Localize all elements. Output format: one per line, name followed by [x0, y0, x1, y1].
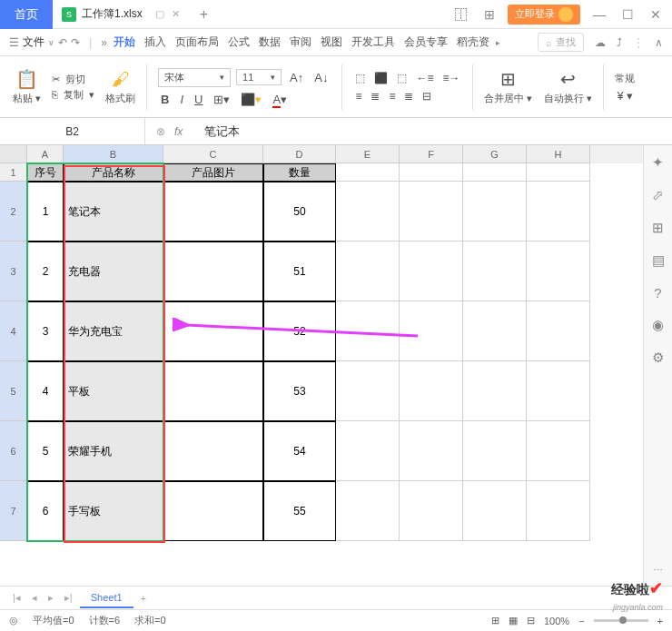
zoom-in-button[interactable]: +	[657, 616, 663, 626]
row-header-7[interactable]: 7	[0, 481, 27, 541]
cell[interactable]	[463, 163, 527, 182]
row-header-2[interactable]: 2	[0, 182, 27, 242]
properties-icon[interactable]: ▤	[652, 252, 665, 269]
cell[interactable]	[336, 361, 400, 421]
cell[interactable]	[400, 242, 463, 301]
cell[interactable]: 55	[263, 481, 336, 541]
robot-icon[interactable]: ◉	[652, 317, 664, 333]
merge-button[interactable]: ⊞ 合并居中 ▾	[484, 68, 532, 105]
cell[interactable]: 荣耀手机	[64, 421, 163, 481]
cell[interactable]	[463, 481, 527, 541]
home-tab[interactable]: 首页	[0, 0, 53, 29]
align-right-button[interactable]: ≡	[387, 90, 397, 103]
currency-button[interactable]: ¥ ▾	[615, 89, 637, 103]
menu-formula[interactable]: 公式	[225, 35, 252, 50]
cell[interactable]: 充电器	[64, 242, 163, 301]
add-sheet-button[interactable]: +	[137, 593, 150, 604]
cell[interactable]: 平板	[64, 361, 163, 421]
file-tab[interactable]: S 工作簿1.xlsx ▢ ✕	[53, 6, 189, 22]
underline-button[interactable]: U	[192, 93, 205, 106]
menu-devtools[interactable]: 开发工具	[349, 35, 398, 50]
cut-button[interactable]: ✂ 剪切	[52, 73, 94, 86]
indent-right-button[interactable]: ≡→	[440, 72, 461, 84]
layout2-icon[interactable]: ⊞	[480, 7, 499, 22]
name-box[interactable]: B2	[0, 118, 145, 144]
share-icon[interactable]: ⤴	[617, 36, 622, 49]
cell[interactable]	[163, 481, 263, 541]
cell[interactable]	[336, 481, 400, 541]
col-header-c[interactable]: C	[163, 145, 263, 163]
formula-input[interactable]: 笔记本	[193, 123, 240, 140]
cell[interactable]	[527, 182, 590, 242]
cell[interactable]	[163, 361, 263, 421]
cell[interactable]: 2	[27, 242, 64, 301]
italic-button[interactable]: I	[177, 93, 186, 106]
paste-button[interactable]: 📋 粘贴 ▾	[13, 68, 41, 105]
cell[interactable]	[336, 301, 400, 361]
menu-member[interactable]: 会员专享	[401, 35, 450, 50]
cell[interactable]	[400, 361, 463, 421]
sparkle-icon[interactable]: ✦	[652, 154, 664, 171]
record-icon[interactable]: ◎	[9, 615, 18, 626]
align-bottom-button[interactable]: ⬚	[395, 72, 409, 84]
select-icon[interactable]: ⬀	[652, 187, 664, 203]
justify-button[interactable]: ≣	[402, 90, 415, 103]
menu-insert[interactable]: 插入	[142, 35, 169, 50]
cell[interactable]	[163, 301, 263, 361]
col-header-e[interactable]: E	[336, 145, 400, 163]
cell[interactable]	[463, 361, 527, 421]
cell[interactable]: 手写板	[64, 481, 163, 541]
cell[interactable]	[400, 182, 463, 242]
first-sheet-button[interactable]: |◂	[9, 592, 25, 604]
sheet-tab-1[interactable]: Sheet1	[80, 588, 133, 608]
wrap-button[interactable]: ↩ 自动换行 ▾	[544, 68, 592, 105]
menu-layout[interactable]: 页面布局	[173, 35, 222, 50]
more-icon[interactable]: ⋯	[653, 565, 663, 577]
col-header-h[interactable]: H	[527, 145, 590, 163]
row-header-1[interactable]: 1	[0, 163, 27, 182]
row-header-5[interactable]: 5	[0, 361, 27, 421]
next-sheet-button[interactable]: ▸	[44, 592, 57, 604]
menu-data[interactable]: 数据	[256, 35, 283, 50]
align-middle-button[interactable]: ⬛	[372, 72, 390, 84]
cell[interactable]: 产品名称	[64, 163, 163, 182]
col-header-d[interactable]: D	[263, 145, 336, 163]
help-icon[interactable]: ?	[654, 285, 661, 301]
hamburger-icon[interactable]: ☰	[9, 36, 19, 49]
cell[interactable]	[400, 481, 463, 541]
number-format-select[interactable]: 常规	[615, 72, 637, 85]
cell[interactable]: 数量	[263, 163, 336, 182]
align-top-button[interactable]: ⬚	[353, 72, 367, 84]
overflow-icon[interactable]: »	[101, 36, 107, 49]
zoom-slider[interactable]	[594, 619, 648, 622]
row-header-3[interactable]: 3	[0, 242, 27, 301]
collapse-icon[interactable]: ∧	[655, 36, 663, 49]
cell[interactable]	[336, 242, 400, 301]
cell[interactable]	[527, 361, 590, 421]
col-header-g[interactable]: G	[463, 145, 527, 163]
cell[interactable]: 序号	[27, 163, 64, 182]
indent-left-button[interactable]: ←≡	[414, 72, 435, 84]
cell[interactable]: 1	[27, 182, 64, 242]
menu-templates[interactable]: 稻壳资	[454, 35, 492, 50]
cell[interactable]	[400, 421, 463, 481]
cell[interactable]: 华为充电宝	[64, 301, 163, 361]
cell[interactable]	[527, 242, 590, 301]
undo-icon[interactable]: ↶	[58, 36, 67, 49]
cell[interactable]	[163, 182, 263, 242]
redo-icon[interactable]: ↷	[71, 36, 80, 49]
cell[interactable]	[463, 301, 527, 361]
cell[interactable]	[463, 421, 527, 481]
settings-icon[interactable]: ⊞	[652, 220, 664, 236]
format-painter-button[interactable]: 🖌 格式刷	[105, 69, 135, 105]
fill-color-button[interactable]: ⬛▾	[238, 93, 264, 106]
zoom-level[interactable]: 100%	[544, 616, 569, 626]
align-center-button[interactable]: ≣	[369, 90, 381, 103]
cell[interactable]	[463, 182, 527, 242]
view-split-icon[interactable]: ⊟	[527, 615, 535, 626]
cell[interactable]	[336, 421, 400, 481]
cell[interactable]: 笔记本	[64, 182, 163, 242]
cell[interactable]	[527, 421, 590, 481]
zoom-out-button[interactable]: −	[578, 616, 584, 626]
cell[interactable]	[400, 301, 463, 361]
